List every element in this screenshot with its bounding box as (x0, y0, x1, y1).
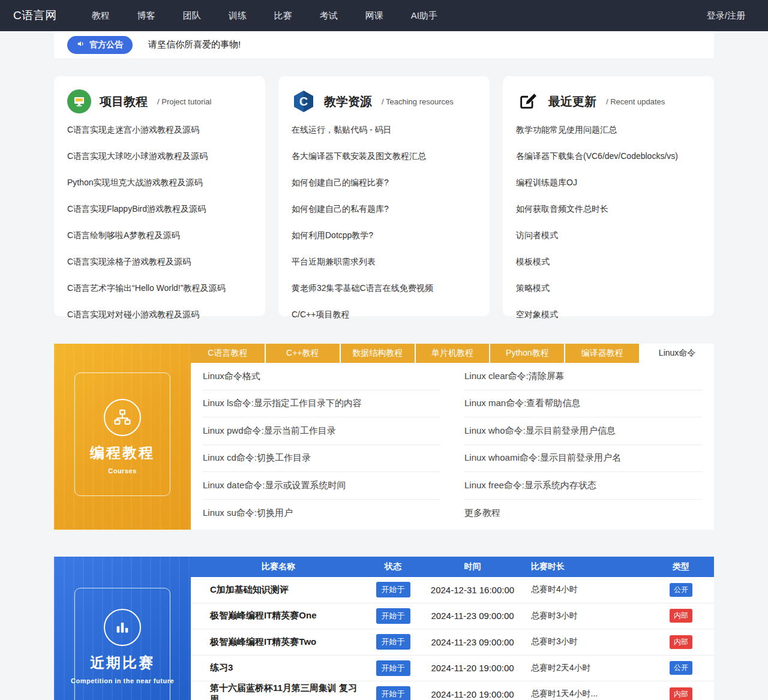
competition-name[interactable]: 极智巅峰编程IT精英赛One (191, 610, 366, 621)
list-item[interactable]: Python实现坦克大战游戏教程及源码 (67, 170, 252, 196)
list-item[interactable]: Linux cd命令:切换工作目录 (203, 445, 440, 473)
announcement-badge[interactable]: 官方公告 (67, 36, 133, 54)
list-item[interactable]: 如何创建自己的私有题库? (292, 196, 476, 223)
list-item[interactable]: 各大编译器下载安装及图文教程汇总 (292, 143, 476, 170)
c-hexagon-icon: C (292, 89, 316, 113)
more-tutorials-link[interactable]: 更多教程 (464, 500, 702, 527)
type-badge: 内部 (670, 687, 692, 700)
competition-name[interactable]: C加加基础知识测评 (191, 584, 366, 596)
list-item[interactable]: 黄老师32集零基础C语言在线免费视频 (292, 275, 476, 302)
card-subtitle: / Project tutorial (157, 97, 211, 106)
list-item[interactable]: Linux whoami命令:显示目前登录用户名 (464, 445, 702, 473)
table-row: 第十六届蓝桥杯11月第三周集训 复习周 开始于 2024-11-20 19:00… (191, 681, 714, 700)
column-header-time: 时间 (420, 561, 525, 572)
announcement-text: 请坚信你所喜爱的事物! (148, 39, 241, 50)
panel-subtitle: Competition in the near future (71, 677, 174, 684)
column-header-name: 比赛名称 (191, 561, 366, 572)
tutorial-list-left: Linux命令格式 Linux ls命令:显示指定工作目录下的内容 Linux … (191, 363, 452, 530)
list-item[interactable]: Linux date命令:显示或设置系统时间 (203, 472, 440, 500)
nav-item-competition[interactable]: 比赛 (274, 10, 292, 22)
list-item[interactable]: C语言艺术字输出“Hello World!”教程及源码 (67, 275, 252, 302)
panel-title: 编程教程 (90, 443, 155, 462)
card-subtitle: / Recent updates (606, 97, 665, 106)
list-item[interactable]: 平台近期兼职需求列表 (292, 249, 476, 275)
tutorial-list-right: Linux clear命令:清除屏幕 Linux man命令:查看帮助信息 Li… (452, 363, 714, 530)
competition-name[interactable]: 极智巅峰编程IT精英赛Two (191, 636, 366, 648)
competition-time: 2024-11-23 09:00:00 (420, 611, 525, 621)
list-item[interactable]: Linux命令格式 (203, 363, 440, 390)
competition-duration: 总赛时3小时 (525, 611, 648, 621)
monitor-icon (67, 89, 91, 113)
list-item[interactable]: 如何获取音频文件总时长 (516, 196, 701, 223)
competitions-side-panel: 近期比赛 Competition in the near future (54, 557, 191, 700)
announcement-badge-label: 官方公告 (89, 40, 123, 50)
card-list: 在线运行，黏贴代码 - 码日 各大编译器下载安装及图文教程汇总 如何创建自己的编… (292, 117, 476, 328)
nav-item-tutorial[interactable]: 教程 (92, 10, 110, 22)
list-item[interactable]: 各编译器下载集合(VC6/dev/Codeblocks/vs) (516, 143, 701, 170)
list-item[interactable]: C/C++项目教程 (292, 302, 476, 328)
column-header-status: 状态 (366, 561, 420, 572)
card-header: 最近更新 / Recent updates (516, 89, 701, 113)
list-item[interactable]: 在线运行，黏贴代码 - 码日 (292, 117, 476, 143)
list-item[interactable]: 如何创建自己的编程比赛? (292, 170, 476, 196)
list-item[interactable]: C语言实现涂格子游戏教程及源码 (67, 249, 252, 275)
list-item[interactable]: C语言实现FlappyBird游戏教程及源码 (67, 196, 252, 223)
competition-time: 2024-12-31 16:00:00 (420, 585, 525, 595)
table-row: 练习3 开始于 2024-11-20 19:00:00 总赛时2天4小时 公开 (191, 656, 714, 682)
tab-data-structure[interactable]: 数据结构教程 (341, 344, 416, 363)
list-item[interactable]: 模板模式 (516, 249, 701, 275)
tutorials-side-panel: 编程教程 Courses (54, 344, 191, 530)
competition-time: 2024-11-20 19:00:00 (420, 689, 525, 699)
card-list: 教学功能常见使用问题汇总 各编译器下载集合(VC6/dev/Codeblocks… (516, 117, 701, 328)
speaker-icon (77, 40, 85, 50)
list-item[interactable]: 如何利用Dotcpp教学? (292, 223, 476, 249)
tab-linux-commands[interactable]: Linux命令 (640, 344, 714, 363)
nav-item-exam[interactable]: 考试 (320, 10, 338, 22)
status-badge: 开始于 (376, 686, 410, 700)
list-item[interactable]: 策略模式 (516, 275, 701, 302)
list-item[interactable]: 访问者模式 (516, 223, 701, 249)
list-item[interactable]: C语言实现大球吃小球游戏教程及源码 (67, 143, 252, 170)
list-item[interactable]: C语言实现对对碰小游戏教程及源码 (67, 302, 252, 328)
list-item[interactable]: 空对象模式 (516, 302, 701, 328)
nav-item-online-course[interactable]: 网课 (365, 10, 383, 22)
card-title: 最近更新 (548, 94, 596, 110)
login-register-link[interactable]: 登录/注册 (707, 10, 745, 22)
tab-mcu[interactable]: 单片机教程 (416, 344, 491, 363)
list-item[interactable]: Linux pwd命令:显示当前工作目录 (203, 417, 440, 445)
tutorials-section: 编程教程 Courses C语言教程 C++教程 数据结构教程 单片机教程 Py… (54, 344, 714, 530)
list-item[interactable]: Linux ls命令:显示指定工作目录下的内容 (203, 390, 440, 418)
list-item[interactable]: Linux free命令:显示系统内存状态 (464, 472, 702, 500)
tab-c-tutorial[interactable]: C语言教程 (191, 344, 266, 363)
panel-content: 编程教程 Courses (90, 399, 155, 474)
nav-item-training[interactable]: 训练 (229, 10, 247, 22)
nav-item-blog[interactable]: 博客 (137, 10, 155, 22)
competition-name[interactable]: 练习3 (191, 662, 366, 674)
site-logo[interactable]: C语言网 (13, 8, 57, 23)
card-title: 教学资源 (324, 94, 372, 110)
tab-cpp-tutorial[interactable]: C++教程 (266, 344, 341, 363)
list-item[interactable]: C语言实现走迷宫小游戏教程及源码 (67, 117, 252, 143)
svg-text:C: C (299, 95, 308, 108)
list-item[interactable]: Linux who命令:显示目前登录用户信息 (464, 417, 702, 445)
nav-item-team[interactable]: 团队 (183, 10, 201, 22)
table-row: 极智巅峰编程IT精英赛One 开始于 2024-11-23 09:00:00 总… (191, 603, 714, 630)
list-item[interactable]: Linux man命令:查看帮助信息 (464, 390, 702, 418)
status-badge: 开始于 (376, 660, 410, 676)
list-item[interactable]: Linux su命令:切换用户 (203, 500, 440, 527)
panel-content: 近期比赛 Competition in the near future (71, 609, 174, 684)
bar-chart-icon (104, 609, 141, 646)
list-item[interactable]: Linux clear命令:清除屏幕 (464, 363, 702, 390)
column-header-type: 类型 (648, 561, 714, 572)
tab-python[interactable]: Python教程 (490, 344, 565, 363)
competition-name[interactable]: 第十六届蓝桥杯11月第三周集训 复习周 (191, 683, 366, 700)
tab-compiler[interactable]: 编译器教程 (565, 344, 640, 363)
type-badge: 公开 (670, 661, 692, 675)
tutorial-tabs: C语言教程 C++教程 数据结构教程 单片机教程 Python教程 编译器教程 … (191, 344, 714, 363)
nav-item-ai-assistant[interactable]: AI助手 (411, 10, 437, 22)
list-item[interactable]: 教学功能常见使用问题汇总 (516, 117, 701, 143)
list-item[interactable]: C语言绘制哆啦A梦教程及源码 (67, 223, 252, 249)
card-subtitle: / Teaching resources (382, 97, 454, 106)
list-item[interactable]: 编程训练题库OJ (516, 170, 701, 196)
info-cards-row: 项目教程 / Project tutorial C语言实现走迷宫小游戏教程及源码… (54, 76, 714, 316)
